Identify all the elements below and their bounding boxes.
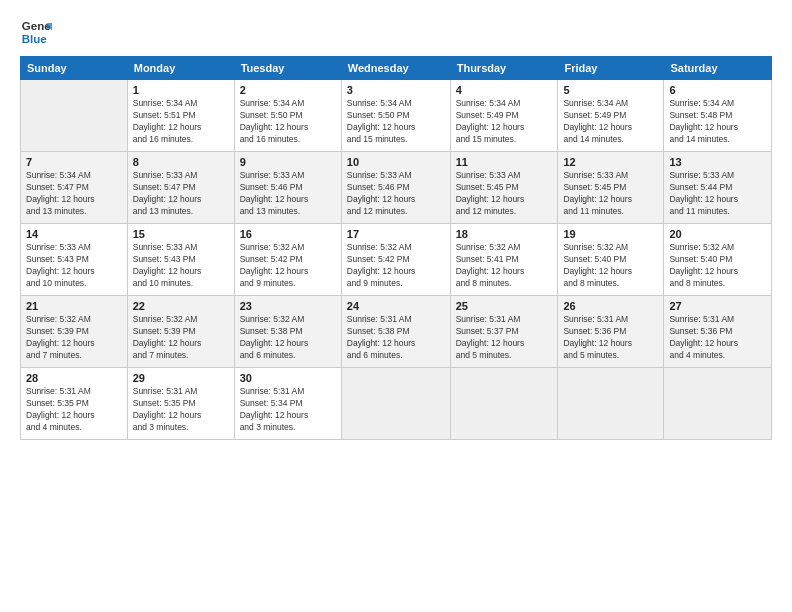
day-number: 2 [240,84,336,96]
calendar-week-row: 21Sunrise: 5:32 AMSunset: 5:39 PMDayligh… [21,296,772,368]
day-number: 18 [456,228,553,240]
calendar-cell: 15Sunrise: 5:33 AMSunset: 5:43 PMDayligh… [127,224,234,296]
day-info: Sunrise: 5:32 AMSunset: 5:39 PMDaylight:… [133,314,229,362]
calendar-cell: 26Sunrise: 5:31 AMSunset: 5:36 PMDayligh… [558,296,664,368]
day-number: 14 [26,228,122,240]
day-info: Sunrise: 5:31 AMSunset: 5:38 PMDaylight:… [347,314,445,362]
svg-text:Blue: Blue [22,33,48,45]
header-cell-wednesday: Wednesday [341,57,450,80]
day-info: Sunrise: 5:34 AMSunset: 5:48 PMDaylight:… [669,98,766,146]
day-number: 6 [669,84,766,96]
logo: General Blue [20,16,52,48]
calendar-cell [21,80,128,152]
calendar-cell [664,368,772,440]
calendar-week-row: 14Sunrise: 5:33 AMSunset: 5:43 PMDayligh… [21,224,772,296]
day-info: Sunrise: 5:33 AMSunset: 5:44 PMDaylight:… [669,170,766,218]
day-number: 15 [133,228,229,240]
day-info: Sunrise: 5:31 AMSunset: 5:34 PMDaylight:… [240,386,336,434]
calendar-cell: 17Sunrise: 5:32 AMSunset: 5:42 PMDayligh… [341,224,450,296]
calendar-cell: 21Sunrise: 5:32 AMSunset: 5:39 PMDayligh… [21,296,128,368]
day-number: 9 [240,156,336,168]
calendar-week-row: 7Sunrise: 5:34 AMSunset: 5:47 PMDaylight… [21,152,772,224]
day-info: Sunrise: 5:31 AMSunset: 5:35 PMDaylight:… [133,386,229,434]
day-number: 10 [347,156,445,168]
calendar-week-row: 28Sunrise: 5:31 AMSunset: 5:35 PMDayligh… [21,368,772,440]
calendar-body: 1Sunrise: 5:34 AMSunset: 5:51 PMDaylight… [21,80,772,440]
header-cell-saturday: Saturday [664,57,772,80]
day-info: Sunrise: 5:31 AMSunset: 5:37 PMDaylight:… [456,314,553,362]
calendar-cell: 14Sunrise: 5:33 AMSunset: 5:43 PMDayligh… [21,224,128,296]
day-info: Sunrise: 5:33 AMSunset: 5:45 PMDaylight:… [563,170,658,218]
page: General Blue SundayMondayTuesdayWednesda… [0,0,792,612]
day-info: Sunrise: 5:33 AMSunset: 5:46 PMDaylight:… [240,170,336,218]
calendar-cell: 24Sunrise: 5:31 AMSunset: 5:38 PMDayligh… [341,296,450,368]
day-number: 4 [456,84,553,96]
calendar-cell: 20Sunrise: 5:32 AMSunset: 5:40 PMDayligh… [664,224,772,296]
calendar-cell: 29Sunrise: 5:31 AMSunset: 5:35 PMDayligh… [127,368,234,440]
day-info: Sunrise: 5:33 AMSunset: 5:43 PMDaylight:… [133,242,229,290]
calendar-cell: 13Sunrise: 5:33 AMSunset: 5:44 PMDayligh… [664,152,772,224]
day-info: Sunrise: 5:32 AMSunset: 5:38 PMDaylight:… [240,314,336,362]
calendar-cell: 23Sunrise: 5:32 AMSunset: 5:38 PMDayligh… [234,296,341,368]
calendar-cell: 19Sunrise: 5:32 AMSunset: 5:40 PMDayligh… [558,224,664,296]
day-number: 12 [563,156,658,168]
calendar-cell [341,368,450,440]
day-info: Sunrise: 5:32 AMSunset: 5:42 PMDaylight:… [347,242,445,290]
day-info: Sunrise: 5:31 AMSunset: 5:36 PMDaylight:… [669,314,766,362]
day-info: Sunrise: 5:34 AMSunset: 5:50 PMDaylight:… [240,98,336,146]
header: General Blue [20,16,772,48]
day-number: 5 [563,84,658,96]
day-number: 21 [26,300,122,312]
calendar-cell: 1Sunrise: 5:34 AMSunset: 5:51 PMDaylight… [127,80,234,152]
day-number: 25 [456,300,553,312]
header-cell-tuesday: Tuesday [234,57,341,80]
calendar-cell: 3Sunrise: 5:34 AMSunset: 5:50 PMDaylight… [341,80,450,152]
header-cell-thursday: Thursday [450,57,558,80]
calendar-cell: 6Sunrise: 5:34 AMSunset: 5:48 PMDaylight… [664,80,772,152]
day-number: 26 [563,300,658,312]
day-number: 3 [347,84,445,96]
day-number: 23 [240,300,336,312]
day-number: 20 [669,228,766,240]
calendar-cell: 10Sunrise: 5:33 AMSunset: 5:46 PMDayligh… [341,152,450,224]
day-info: Sunrise: 5:32 AMSunset: 5:39 PMDaylight:… [26,314,122,362]
calendar-cell: 25Sunrise: 5:31 AMSunset: 5:37 PMDayligh… [450,296,558,368]
day-number: 11 [456,156,553,168]
calendar-header-row: SundayMondayTuesdayWednesdayThursdayFrid… [21,57,772,80]
calendar-cell: 12Sunrise: 5:33 AMSunset: 5:45 PMDayligh… [558,152,664,224]
day-number: 28 [26,372,122,384]
day-number: 24 [347,300,445,312]
calendar-cell: 7Sunrise: 5:34 AMSunset: 5:47 PMDaylight… [21,152,128,224]
day-info: Sunrise: 5:32 AMSunset: 5:41 PMDaylight:… [456,242,553,290]
day-number: 16 [240,228,336,240]
day-number: 7 [26,156,122,168]
calendar-cell [558,368,664,440]
calendar-cell: 5Sunrise: 5:34 AMSunset: 5:49 PMDaylight… [558,80,664,152]
day-number: 19 [563,228,658,240]
day-number: 13 [669,156,766,168]
day-info: Sunrise: 5:33 AMSunset: 5:43 PMDaylight:… [26,242,122,290]
calendar-cell: 30Sunrise: 5:31 AMSunset: 5:34 PMDayligh… [234,368,341,440]
calendar-cell [450,368,558,440]
calendar-cell: 27Sunrise: 5:31 AMSunset: 5:36 PMDayligh… [664,296,772,368]
day-info: Sunrise: 5:32 AMSunset: 5:42 PMDaylight:… [240,242,336,290]
header-cell-friday: Friday [558,57,664,80]
day-number: 22 [133,300,229,312]
logo-icon: General Blue [20,16,52,48]
day-number: 29 [133,372,229,384]
calendar-cell: 4Sunrise: 5:34 AMSunset: 5:49 PMDaylight… [450,80,558,152]
calendar-cell: 28Sunrise: 5:31 AMSunset: 5:35 PMDayligh… [21,368,128,440]
header-cell-sunday: Sunday [21,57,128,80]
day-number: 27 [669,300,766,312]
calendar-cell: 2Sunrise: 5:34 AMSunset: 5:50 PMDaylight… [234,80,341,152]
day-number: 8 [133,156,229,168]
day-info: Sunrise: 5:33 AMSunset: 5:47 PMDaylight:… [133,170,229,218]
calendar-cell: 16Sunrise: 5:32 AMSunset: 5:42 PMDayligh… [234,224,341,296]
calendar-cell: 11Sunrise: 5:33 AMSunset: 5:45 PMDayligh… [450,152,558,224]
day-info: Sunrise: 5:34 AMSunset: 5:50 PMDaylight:… [347,98,445,146]
day-info: Sunrise: 5:32 AMSunset: 5:40 PMDaylight:… [563,242,658,290]
day-info: Sunrise: 5:34 AMSunset: 5:49 PMDaylight:… [456,98,553,146]
day-info: Sunrise: 5:33 AMSunset: 5:46 PMDaylight:… [347,170,445,218]
calendar-cell: 9Sunrise: 5:33 AMSunset: 5:46 PMDaylight… [234,152,341,224]
day-number: 1 [133,84,229,96]
